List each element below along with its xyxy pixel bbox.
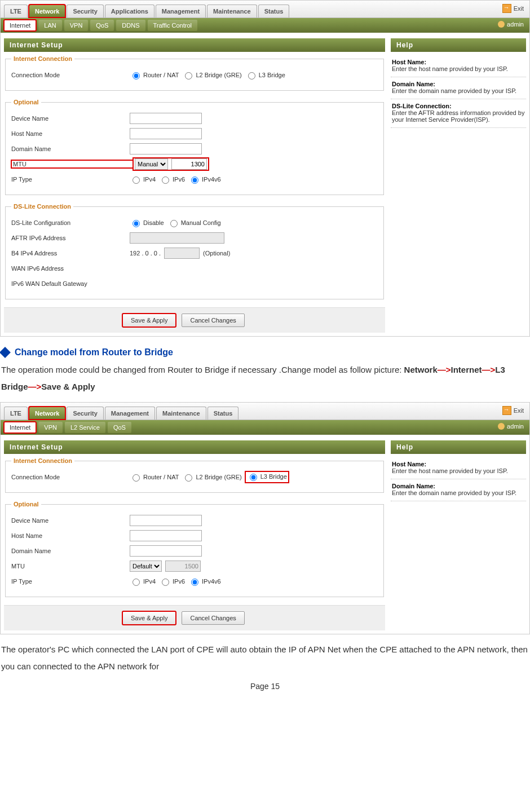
radio2-l2-bridge[interactable]: L2 Bridge (GRE) — [182, 473, 241, 482]
subtab2-qos[interactable]: QoS — [108, 422, 131, 433]
exit-label: Exit — [514, 5, 524, 12]
label-domain-name: Domain Name — [11, 145, 130, 152]
tab-maintenance[interactable]: Maintenance — [207, 5, 257, 17]
label-device-name: Device Name — [11, 115, 130, 122]
label-connection-mode: Connection Mode — [11, 72, 130, 78]
save-apply-button[interactable]: Save & Apply — [122, 314, 176, 327]
subtab2-internet[interactable]: Internet — [4, 422, 36, 433]
fieldset-optional: Optional Device Name Host Name Domain Na… — [5, 99, 384, 195]
select-mtu-mode[interactable]: Manual — [135, 158, 168, 170]
tab2-status[interactable]: Status — [207, 407, 239, 420]
input-b4 — [164, 248, 200, 259]
input2-device-name[interactable] — [130, 515, 202, 526]
radio-ipv6[interactable]: IPv6 — [159, 175, 185, 184]
input-mtu-value[interactable] — [171, 158, 207, 170]
tab-status[interactable]: Status — [258, 5, 290, 17]
doc-p2: The operator's PC which connected the LA… — [1, 645, 528, 671]
radio-l3-bridge[interactable]: L3 Bridge — [245, 70, 285, 80]
subtab-ddns[interactable]: DDNS — [116, 20, 145, 31]
button-bar: Save & Apply Cancel Changes — [4, 307, 385, 333]
fieldset-internet-connection-2: Internet Connection Connection Mode Rout… — [5, 457, 384, 493]
exit-link[interactable]: Exit — [502, 4, 524, 13]
label-ip-type: IP Type — [11, 176, 130, 183]
label2-host-name: Host Name — [11, 532, 130, 539]
screenshot-1: LTE Network Security Applications Manage… — [0, 0, 530, 337]
label2-mtu: MTU — [11, 563, 130, 570]
tab-applications[interactable]: Applications — [105, 5, 154, 17]
radio-disable[interactable]: Disable — [130, 218, 164, 227]
user-indicator-2: admin — [498, 423, 524, 430]
tab2-management[interactable]: Management — [105, 407, 155, 420]
radio2-ipv4v6[interactable]: IPv4v6 — [188, 577, 221, 586]
tab2-security[interactable]: Security — [67, 407, 103, 420]
select2-mtu-mode[interactable]: Default — [130, 561, 162, 572]
subtab-vpn[interactable]: VPN — [64, 20, 89, 31]
radio-manual-config[interactable]: Manual Config — [167, 218, 221, 227]
help-host-name: Host Name:Enter the host name provided b… — [391, 55, 526, 77]
radio-router-nat[interactable]: Router / NAT — [130, 70, 179, 80]
tab-management[interactable]: Management — [156, 5, 206, 17]
input2-domain-name[interactable] — [130, 545, 202, 557]
input-host-name[interactable] — [130, 128, 202, 139]
subtab2-l2service[interactable]: L2 Service — [65, 422, 105, 433]
tab2-maintenance[interactable]: Maintenance — [156, 407, 206, 420]
button-bar-2: Save & Apply Cancel Changes — [4, 605, 385, 630]
doc-text: Change model from Router to Bridge The o… — [1, 343, 529, 395]
radio2-l3-bridge[interactable]: L3 Bridge — [247, 472, 287, 481]
label-b4: B4 IPv4 Address — [11, 250, 130, 257]
exit-link-2[interactable]: Exit — [502, 406, 524, 415]
legend-optional-2: Optional — [11, 501, 41, 508]
doc-heading: Change model from Router to Bridge — [1, 343, 529, 361]
input-domain-name[interactable] — [130, 143, 202, 155]
subtab-lan[interactable]: LAN — [38, 20, 61, 31]
subtab2-vpn[interactable]: VPN — [38, 422, 63, 433]
input-device-name[interactable] — [130, 113, 202, 124]
tab2-lte[interactable]: LTE — [4, 407, 28, 420]
user-icon — [498, 21, 505, 28]
path-internet: Internet — [451, 365, 482, 374]
sub-nav: Internet LAN VPN QoS DDNS Traffic Contro… — [1, 18, 529, 33]
legend-dslite: DS-Lite Connection — [11, 203, 73, 210]
radio-l2-bridge[interactable]: L2 Bridge (GRE) — [182, 70, 241, 80]
cancel-button-2[interactable]: Cancel Changes — [182, 611, 244, 625]
help2-host-name: Host Name:Enter the host name provided b… — [391, 457, 526, 479]
radio2-ipv6[interactable]: IPv6 — [159, 577, 185, 586]
exit-label-2: Exit — [514, 407, 524, 414]
user-icon-2 — [498, 423, 505, 430]
diamond-icon — [0, 347, 11, 358]
subtab-internet[interactable]: Internet — [4, 20, 36, 31]
input2-host-name[interactable] — [130, 530, 202, 541]
label2-ip-type: IP Type — [11, 578, 130, 585]
tab-lte[interactable]: LTE — [4, 5, 28, 17]
exit-icon — [502, 4, 511, 13]
legend-ic-2: Internet Connection — [11, 457, 74, 464]
subtab-qos[interactable]: QoS — [90, 20, 114, 31]
screenshot-2: LTE Network Security Management Maintena… — [0, 402, 530, 634]
user-label-2: admin — [507, 423, 524, 430]
input2-mtu-value — [165, 561, 201, 572]
legend-internet-connection: Internet Connection — [11, 55, 74, 62]
label-aftr: AFTR IPv6 Address — [11, 235, 130, 241]
tab-network[interactable]: Network — [29, 5, 65, 17]
radio2-router-nat[interactable]: Router / NAT — [130, 473, 179, 482]
page-number: Page 15 — [0, 682, 530, 691]
help-title-2: Help — [391, 440, 526, 454]
main-nav-2: LTE Network Security Management Maintena… — [1, 403, 529, 420]
input-aftr — [130, 232, 224, 244]
save-apply-button-2[interactable]: Save & Apply — [122, 611, 176, 625]
radio2-ipv4[interactable]: IPv4 — [130, 577, 156, 586]
label2-domain-name: Domain Name — [11, 548, 130, 554]
radio-ipv4v6[interactable]: IPv4v6 — [188, 175, 221, 184]
tab2-network[interactable]: Network — [29, 407, 65, 420]
radio-ipv4[interactable]: IPv4 — [130, 175, 156, 184]
doc-text-2: The operator's PC which connected the LA… — [1, 641, 529, 675]
label-ipv6-gw: IPv6 WAN Default Gateway — [11, 280, 130, 287]
label2-device-name: Device Name — [11, 517, 130, 524]
fieldset-internet-connection: Internet Connection Connection Mode Rout… — [5, 55, 384, 91]
cancel-button[interactable]: Cancel Changes — [182, 314, 244, 327]
subtab-traffic[interactable]: Traffic Control — [148, 20, 197, 31]
path-save: Save & Apply — [41, 382, 95, 391]
tab-security[interactable]: Security — [67, 5, 103, 17]
legend-optional: Optional — [11, 99, 41, 105]
b4-prefix: 192 . 0 . 0 . — [130, 250, 161, 257]
